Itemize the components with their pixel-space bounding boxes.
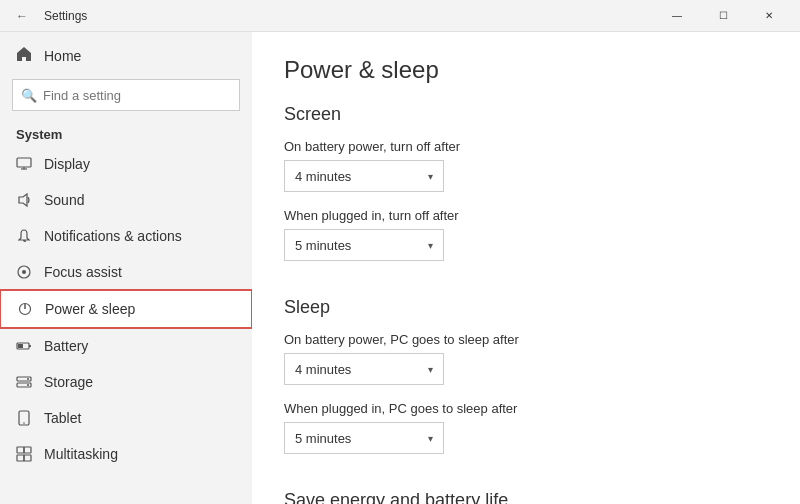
sidebar-item-multitasking[interactable]: Multitasking (0, 436, 252, 472)
titlebar-left: ← Settings (8, 2, 87, 30)
svg-point-5 (22, 270, 26, 274)
svg-point-14 (27, 384, 29, 386)
sidebar-item-label-focus: Focus assist (44, 264, 122, 280)
screen-plugged-value: 5 minutes (295, 238, 351, 253)
chevron-down-icon-2: ▾ (428, 240, 433, 251)
sleep-plugged-label: When plugged in, PC goes to sleep after (284, 401, 768, 416)
svg-point-13 (27, 378, 29, 380)
screen-battery-value: 4 minutes (295, 169, 351, 184)
svg-marker-3 (19, 194, 27, 206)
svg-point-16 (23, 422, 25, 424)
sidebar: Home 🔍 System Display (0, 32, 252, 504)
sidebar-item-label-notifications: Notifications & actions (44, 228, 182, 244)
screen-battery-dropdown[interactable]: 4 minutes ▾ (284, 160, 444, 192)
sleep-battery-dropdown[interactable]: 4 minutes ▾ (284, 353, 444, 385)
sleep-section-title: Sleep (284, 297, 768, 318)
svg-rect-10 (18, 344, 23, 348)
sidebar-item-label-display: Display (44, 156, 90, 172)
svg-rect-0 (17, 158, 31, 167)
window-controls: — ☐ ✕ (654, 0, 792, 32)
storage-icon (16, 374, 32, 390)
sound-icon (16, 192, 32, 208)
chevron-down-icon-4: ▾ (428, 433, 433, 444)
home-label: Home (44, 48, 81, 64)
sidebar-item-notifications[interactable]: Notifications & actions (0, 218, 252, 254)
back-button[interactable]: ← (8, 2, 36, 30)
home-icon (16, 46, 32, 65)
sidebar-item-label-tablet: Tablet (44, 410, 81, 426)
svg-rect-18 (24, 447, 31, 453)
display-icon (16, 156, 32, 172)
sidebar-item-home[interactable]: Home (0, 36, 252, 75)
app-body: Home 🔍 System Display (0, 32, 800, 504)
sidebar-item-sound[interactable]: Sound (0, 182, 252, 218)
svg-rect-9 (29, 345, 31, 347)
screen-plugged-dropdown[interactable]: 5 minutes ▾ (284, 229, 444, 261)
multitasking-icon (16, 446, 32, 462)
screen-battery-label: On battery power, turn off after (284, 139, 768, 154)
minimize-button[interactable]: — (654, 0, 700, 32)
main-content: Power & sleep Screen On battery power, t… (252, 32, 800, 504)
save-energy-section-title: Save energy and battery life (284, 490, 768, 504)
screen-section-title: Screen (284, 104, 768, 125)
sidebar-item-label-battery: Battery (44, 338, 88, 354)
chevron-down-icon: ▾ (428, 171, 433, 182)
chevron-down-icon-3: ▾ (428, 364, 433, 375)
notifications-icon (16, 228, 32, 244)
tablet-icon (16, 410, 32, 426)
close-button[interactable]: ✕ (746, 0, 792, 32)
battery-icon (16, 338, 32, 354)
svg-rect-20 (24, 455, 31, 461)
sidebar-item-label-storage: Storage (44, 374, 93, 390)
sidebar-item-tablet[interactable]: Tablet (0, 400, 252, 436)
sidebar-item-label-multitasking: Multitasking (44, 446, 118, 462)
sidebar-item-label-power: Power & sleep (45, 301, 135, 317)
search-icon: 🔍 (21, 88, 37, 103)
power-icon (17, 301, 33, 317)
sleep-plugged-dropdown[interactable]: 5 minutes ▾ (284, 422, 444, 454)
screen-plugged-label: When plugged in, turn off after (284, 208, 768, 223)
sidebar-section-label: System (0, 119, 252, 146)
titlebar: ← Settings — ☐ ✕ (0, 0, 800, 32)
svg-rect-17 (17, 447, 24, 453)
sidebar-item-focus-assist[interactable]: Focus assist (0, 254, 252, 290)
sleep-battery-value: 4 minutes (295, 362, 351, 377)
sleep-battery-label: On battery power, PC goes to sleep after (284, 332, 768, 347)
sidebar-item-power-sleep[interactable]: Power & sleep (0, 290, 252, 328)
sidebar-item-battery[interactable]: Battery (0, 328, 252, 364)
sleep-plugged-value: 5 minutes (295, 431, 351, 446)
sidebar-item-display[interactable]: Display (0, 146, 252, 182)
search-box[interactable]: 🔍 (12, 79, 240, 111)
restore-button[interactable]: ☐ (700, 0, 746, 32)
page-title: Power & sleep (284, 56, 768, 84)
search-input[interactable] (43, 88, 231, 103)
svg-rect-19 (17, 455, 24, 461)
focus-assist-icon (16, 264, 32, 280)
sidebar-item-storage[interactable]: Storage (0, 364, 252, 400)
titlebar-title: Settings (44, 9, 87, 23)
sidebar-item-label-sound: Sound (44, 192, 84, 208)
